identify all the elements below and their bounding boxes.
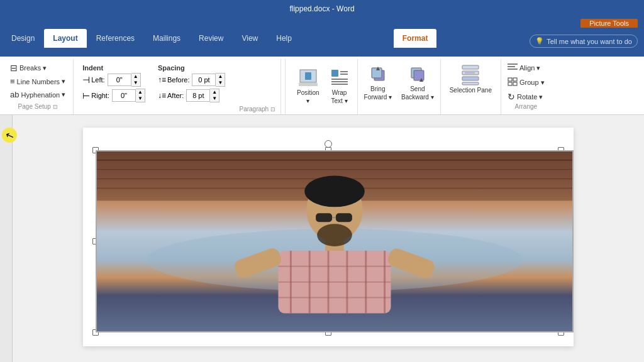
indent-left-input[interactable]: 0" ▲ ▼ bbox=[108, 73, 141, 87]
svg-rect-1 bbox=[305, 72, 311, 80]
svg-rect-3 bbox=[331, 70, 338, 77]
title-text: flipped.docx - Word bbox=[289, 4, 354, 13]
rotate-label: Rotate ▾ bbox=[517, 93, 543, 101]
breaks-icon: ⊟ bbox=[10, 63, 18, 73]
svg-rect-18 bbox=[462, 82, 479, 85]
section-divider bbox=[285, 59, 286, 114]
indent-right-input[interactable]: 0" ▲ ▼ bbox=[112, 89, 145, 102]
align-icon bbox=[508, 63, 518, 73]
send-backward-label: Send bbox=[410, 85, 425, 92]
tab-layout[interactable]: Layout bbox=[44, 29, 86, 48]
rotate-button[interactable]: ↻ Rotate ▾ bbox=[505, 90, 547, 103]
spacing-before-down[interactable]: ▼ bbox=[216, 80, 225, 86]
document-page bbox=[83, 128, 574, 346]
tell-me-box[interactable]: 💡 Tell me what you want to do bbox=[530, 35, 638, 48]
hyphenation-arrow: ▾ bbox=[62, 90, 65, 99]
svg-rect-13 bbox=[414, 70, 424, 80]
breaks-button[interactable]: ⊟ Breaks ▾ bbox=[8, 62, 68, 74]
tab-mailings[interactable]: Mailings bbox=[144, 29, 189, 48]
title-bar: flipped.docx - Word bbox=[0, 0, 644, 18]
spacing-after-spinners: ▲ ▼ bbox=[210, 89, 219, 102]
svg-rect-2 bbox=[299, 83, 318, 86]
spacing-before-up[interactable]: ▲ bbox=[216, 74, 225, 80]
spacing-group: Spacing ↑≡ Before: 0 pt ▲ ▼ bbox=[152, 62, 231, 107]
rotate-icon: ↻ bbox=[508, 92, 515, 102]
wrap-text-button[interactable]: Wrap Text ▾ bbox=[326, 65, 353, 107]
spacing-after-up[interactable]: ▲ bbox=[210, 89, 219, 96]
tab-view[interactable]: View bbox=[233, 29, 267, 48]
tabs-row: Design Layout References Mailings Review… bbox=[0, 28, 644, 48]
indent-right-up[interactable]: ▲ bbox=[136, 89, 145, 96]
align-group-rotate-btns: Align ▾ Group ▾ ↻ Rotate ▾ bbox=[505, 62, 547, 103]
indent-left-up[interactable]: ▲ bbox=[131, 74, 140, 80]
arrange-label: Arrange bbox=[505, 103, 547, 112]
hyphenation-button[interactable]: ab Hyphenation ▾ bbox=[8, 89, 68, 101]
svg-point-52 bbox=[317, 224, 352, 246]
svg-rect-17 bbox=[462, 77, 479, 80]
bring-forward-icon bbox=[369, 64, 387, 84]
indent-right-field[interactable]: 0" bbox=[112, 89, 136, 102]
indent-left-down[interactable]: ▼ bbox=[131, 80, 140, 86]
forward-backward-row: Bring Forward ▾ Send bbox=[360, 62, 438, 112]
position-label: Position bbox=[297, 89, 319, 96]
align-label: Align ▾ bbox=[519, 64, 541, 72]
indent-right-down[interactable]: ▼ bbox=[136, 96, 145, 102]
indent-right-label: Right: bbox=[91, 92, 109, 99]
position-wrap-row: Position ▾ Wrap bbox=[293, 62, 353, 110]
spacing-after-label: After: bbox=[167, 92, 184, 99]
cursor-indicator: ↖ bbox=[2, 128, 17, 143]
send-backward-label2: Backward ▾ bbox=[401, 94, 434, 101]
selection-pane-button[interactable]: Selection Pane bbox=[445, 62, 497, 96]
hyphenation-label: Hyphenation bbox=[21, 91, 60, 99]
indent-left-field[interactable]: 0" bbox=[108, 74, 131, 86]
picture-tools-label: Picture Tools bbox=[580, 19, 638, 28]
indent-left-label: Left: bbox=[91, 76, 104, 84]
send-backward-icon bbox=[408, 64, 427, 84]
send-backward-button[interactable]: Send Backward ▾ bbox=[397, 62, 438, 103]
svg-rect-25 bbox=[508, 82, 512, 85]
breaks-arrow: ▾ bbox=[43, 64, 47, 72]
breaks-label: Breaks bbox=[19, 64, 41, 72]
indent-left-row: ⊣ Left: 0" ▲ ▼ bbox=[82, 73, 145, 87]
indent-right-row: ⊢ Right: 0" ▲ ▼ bbox=[82, 89, 145, 102]
wrap-text-label: Wrap bbox=[332, 89, 347, 96]
tab-format[interactable]: Format bbox=[394, 29, 437, 48]
line-numbers-button[interactable]: ≡ Line Numbers ▾ bbox=[8, 75, 68, 87]
image-wrapper bbox=[96, 150, 561, 332]
svg-rect-15 bbox=[462, 65, 479, 69]
spacing-before-field[interactable]: 0 pt bbox=[192, 74, 216, 86]
tab-design[interactable]: Design bbox=[3, 29, 43, 48]
tab-help[interactable]: Help bbox=[267, 29, 301, 48]
forward-backward-group: Bring Forward ▾ Send bbox=[358, 59, 441, 114]
svg-rect-23 bbox=[508, 78, 512, 81]
line-numbers-icon: ≡ bbox=[10, 77, 15, 86]
selection-pane-label: Selection Pane bbox=[450, 87, 492, 94]
bring-forward-label: Bring bbox=[370, 85, 385, 92]
lightbulb-icon: 💡 bbox=[535, 37, 544, 45]
align-group-rotate-section: Align ▾ Group ▾ ↻ Rotate ▾ bbox=[501, 59, 551, 114]
paragraph-label: Paragraph ⊡ bbox=[234, 106, 280, 114]
document-area: ↖ bbox=[0, 115, 644, 362]
position-button[interactable]: Position ▾ bbox=[293, 65, 323, 107]
ribbon-content: ⊟ Breaks ▾ ≡ Line Numbers ▾ ab Hyphenati… bbox=[0, 57, 644, 115]
indent-header: Indent bbox=[82, 64, 145, 72]
indent-right-spinners: ▲ ▼ bbox=[136, 89, 145, 102]
position-icon bbox=[298, 68, 318, 88]
spacing-before-input[interactable]: 0 pt ▲ ▼ bbox=[192, 73, 225, 87]
spacing-after-icon: ↓≡ bbox=[158, 91, 166, 100]
spacing-after-input[interactable]: 8 pt ▲ ▼ bbox=[186, 89, 219, 102]
position-wrap-group: Position ▾ Wrap bbox=[289, 59, 358, 114]
spacing-before-label: Before: bbox=[167, 76, 189, 84]
picture-tools-header: Picture Tools bbox=[0, 18, 644, 28]
align-button[interactable]: Align ▾ bbox=[505, 62, 547, 74]
indent-right-icon: ⊢ bbox=[82, 90, 90, 101]
tab-references[interactable]: References bbox=[87, 29, 143, 48]
bring-forward-button[interactable]: Bring Forward ▾ bbox=[360, 62, 396, 103]
spacing-after-down[interactable]: ▼ bbox=[210, 96, 219, 102]
group-button[interactable]: Group ▾ bbox=[505, 76, 547, 89]
spacing-after-field[interactable]: 8 pt bbox=[186, 89, 210, 102]
line-numbers-arrow: ▾ bbox=[62, 77, 65, 85]
tab-review[interactable]: Review bbox=[190, 29, 232, 48]
svg-rect-26 bbox=[513, 82, 517, 85]
document-scroll-area[interactable] bbox=[13, 115, 644, 362]
